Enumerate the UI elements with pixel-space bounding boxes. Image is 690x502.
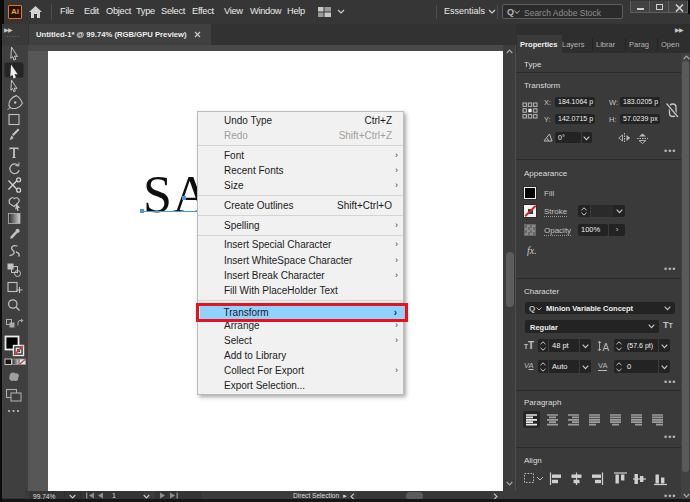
svg-text:A: A [603,342,610,353]
